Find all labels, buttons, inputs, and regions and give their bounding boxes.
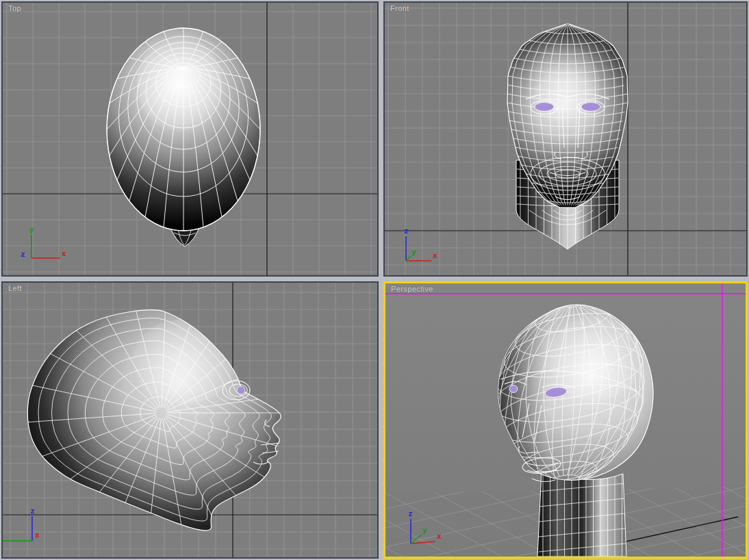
viewport-label-front[interactable]: Front [390,4,409,12]
viewport-canvas-left[interactable]: zx [3,283,377,557]
viewport-perspective[interactable]: Perspective zyx [383,281,748,559]
viewport-canvas-top[interactable]: yzx [3,3,377,275]
head-model-front [507,24,628,249]
axis-label-z: z [21,250,25,259]
viewport-left[interactable]: Left zx [1,281,379,559]
axis-label-z: z [404,227,409,236]
axis-label-x: x [433,251,437,260]
axis-label-x: x [35,531,40,539]
axis-label-z: z [408,509,413,518]
viewport-canvas-front[interactable]: zyx [385,3,746,275]
eye-right [581,103,600,112]
viewport-top[interactable]: Top yzx [1,1,379,277]
viewport-front[interactable]: Front zyx [383,1,748,277]
axis-label-y: y [411,248,416,257]
axis-label-x: x [437,532,442,541]
viewport-label-left[interactable]: Left [8,284,22,292]
quad-viewport-layout: Top yzx Front zyx Left zx Perspective zy… [0,0,749,560]
eye-left [509,385,518,393]
eye-left [535,103,554,112]
axis-label-z: z [30,507,35,516]
axis-label-y: y [422,526,427,535]
viewport-label-top[interactable]: Top [8,4,21,12]
axis-label-y: y [29,225,34,234]
eye-profile [237,386,245,394]
axis-label-x: x [62,249,66,258]
viewport-canvas-perspective[interactable]: zyx [385,283,746,557]
viewport-label-perspective[interactable]: Perspective [391,285,433,293]
